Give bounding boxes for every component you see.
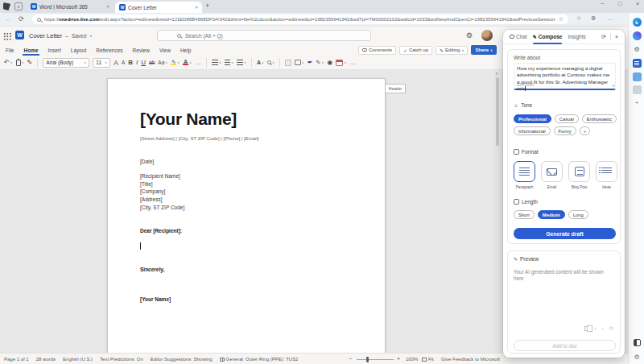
copilot-icon[interactable] (633, 31, 642, 40)
search-input[interactable]: Search (Alt + Q) (157, 30, 371, 41)
undo-icon[interactable]: ↶ (4, 59, 10, 66)
transform-table-icon[interactable] (336, 60, 343, 66)
format-ideas-tile[interactable] (596, 161, 617, 182)
align-icon[interactable] (237, 60, 243, 65)
resize-handle-icon[interactable]: ◢ (612, 82, 614, 89)
tab-file[interactable]: File (5, 45, 14, 56)
tab-insert[interactable]: Insert (47, 45, 62, 56)
zoom-level[interactable]: 100% (406, 357, 418, 362)
editing-mode-button[interactable]: ✎ Editing ∨ (436, 46, 468, 55)
sensitivity-label[interactable]: General (220, 357, 243, 362)
close-icon[interactable]: × (615, 34, 618, 39)
tools-icon[interactable]: ⚙ (633, 45, 642, 54)
more-menu-icon[interactable]: … (607, 15, 613, 21)
paste-icon[interactable] (16, 60, 21, 66)
strikethrough-icon[interactable]: ab (149, 60, 155, 65)
format-paragraph-tile[interactable] (514, 161, 535, 182)
drop-icon[interactable] (633, 85, 642, 94)
highlight-icon[interactable]: ✎ (171, 60, 176, 65)
favorite-star-icon[interactable]: ☆ (559, 16, 564, 23)
window-maximize-button[interactable]: □ (615, 1, 625, 6)
numbered-list-icon[interactable] (225, 60, 230, 65)
zoom-slider[interactable] (357, 359, 394, 360)
browser-tab-cover-letter[interactable]: W Cover Letter × (115, 2, 202, 13)
format-blogpost-tile[interactable] (568, 161, 590, 182)
next-draft-icon[interactable]: › (601, 326, 603, 332)
tab-insights[interactable]: Insights (568, 30, 585, 44)
length-long[interactable]: Long (568, 210, 588, 219)
save-status[interactable]: Saved (72, 33, 86, 39)
change-case-icon[interactable]: Aa (158, 60, 164, 65)
bold-icon[interactable]: B (128, 59, 133, 66)
styles-icon[interactable]: A (257, 60, 261, 65)
tab-references[interactable]: References (95, 45, 123, 56)
back-icon[interactable]: ← (5, 15, 11, 23)
tone-casual[interactable]: Casual (555, 114, 579, 123)
refresh-icon[interactable]: ⟳ (19, 15, 24, 23)
dictate-icon[interactable] (295, 60, 301, 65)
length-short[interactable]: Short (514, 210, 535, 219)
format-painter-icon[interactable]: ✎ (27, 59, 33, 66)
tab-home[interactable]: Home (23, 45, 39, 56)
zoom-in-icon[interactable]: + (397, 356, 400, 362)
close-icon[interactable]: × (195, 5, 198, 10)
tone-enthusiastic[interactable]: Enthusiastic (582, 114, 617, 123)
doc-salutation[interactable]: Dear [Recipient]: (140, 228, 182, 234)
grow-font-icon[interactable]: A (114, 59, 118, 67)
url-field[interactable]: https://onedrive.live.com/edit.aspx?acti… (32, 14, 568, 24)
regenerate-icon[interactable]: ⟳ (609, 325, 613, 332)
length-medium[interactable]: Medium (538, 210, 565, 219)
more-font-options-icon[interactable]: … (195, 59, 201, 66)
word-count[interactable]: 28 words (36, 357, 56, 362)
catch-up-button[interactable]: ✓ Catch up (399, 46, 432, 55)
outlook-icon[interactable] (633, 72, 642, 81)
doc-name-heading[interactable]: [Your Name] (140, 110, 237, 129)
microsoft-365-icon[interactable] (633, 59, 642, 68)
app-launcher-icon[interactable] (3, 32, 11, 40)
feedback-link[interactable]: Give Feedback to Microsoft (441, 357, 500, 362)
tab-view[interactable]: View (159, 45, 171, 56)
zoom-slider-thumb[interactable] (366, 357, 369, 362)
settings-gear-icon[interactable]: ⚙ (466, 31, 473, 39)
share-button[interactable]: Share ∨ (471, 45, 497, 55)
doc-line[interactable]: [Address] (140, 196, 184, 204)
doc-contact-line[interactable]: [Street Address] | [City, ST ZIP Code] |… (140, 136, 258, 141)
tab-chat[interactable]: Chat (510, 30, 527, 44)
copy-icon[interactable] (584, 326, 588, 331)
zoom-out-icon[interactable]: − (349, 356, 352, 362)
word-logo-icon[interactable]: W (15, 31, 24, 39)
shrink-font-icon[interactable]: A (122, 60, 125, 65)
tone-professional[interactable]: Professional (514, 114, 551, 123)
tab-layout[interactable]: Layout (70, 45, 88, 56)
editor-icon[interactable]: ◉ (327, 59, 332, 66)
close-icon[interactable]: × (106, 4, 109, 9)
previous-draft-icon[interactable]: ‹ (594, 326, 596, 332)
browser-essentials-icon[interactable]: ⚙ (591, 15, 596, 22)
text-predictions-toggle[interactable]: Text Predictions: On (100, 357, 143, 362)
generate-draft-button[interactable]: Generate draft (514, 228, 616, 239)
browser-tab-word-home[interactable]: W Word | Microsoft 365 × (27, 0, 114, 13)
font-name-select[interactable]: Arial (Body)∨ (43, 58, 89, 68)
collections-icon[interactable]: ☆ (576, 15, 581, 22)
window-minimize-button[interactable]: − (597, 1, 607, 6)
draw-icon[interactable]: ✒ (308, 59, 313, 66)
font-size-select[interactable]: 11∨ (93, 58, 110, 68)
format-email-tile[interactable] (541, 161, 563, 182)
doc-closing[interactable]: Sincerely, (140, 267, 164, 272)
doc-line[interactable]: [Company] (140, 188, 184, 196)
add-to-doc-button[interactable]: Add to doc (514, 340, 616, 351)
doc-line[interactable]: [Title] (140, 180, 184, 188)
new-tab-button[interactable]: + (205, 2, 209, 10)
sidebar-settings-icon[interactable]: ⚙ (633, 353, 642, 362)
font-color-icon[interactable]: A (183, 60, 188, 65)
doc-date-line[interactable]: [Date] (140, 159, 154, 164)
bing-icon[interactable]: b (633, 18, 642, 27)
reuse-files-icon[interactable] (285, 60, 291, 66)
refresh-icon[interactable]: ⟳ (601, 34, 606, 40)
write-about-input[interactable]: How my experience managing a digital adv… (514, 63, 616, 90)
doc-line[interactable]: [City, ST ZIP Code] (140, 204, 184, 212)
more-commands-icon[interactable]: … (349, 59, 356, 66)
editor-suggestions-toggle[interactable]: Editor Suggestions: Showing (151, 357, 213, 362)
tab-review[interactable]: Review (132, 45, 151, 56)
language-indicator[interactable]: English (U.S.) (63, 357, 93, 362)
